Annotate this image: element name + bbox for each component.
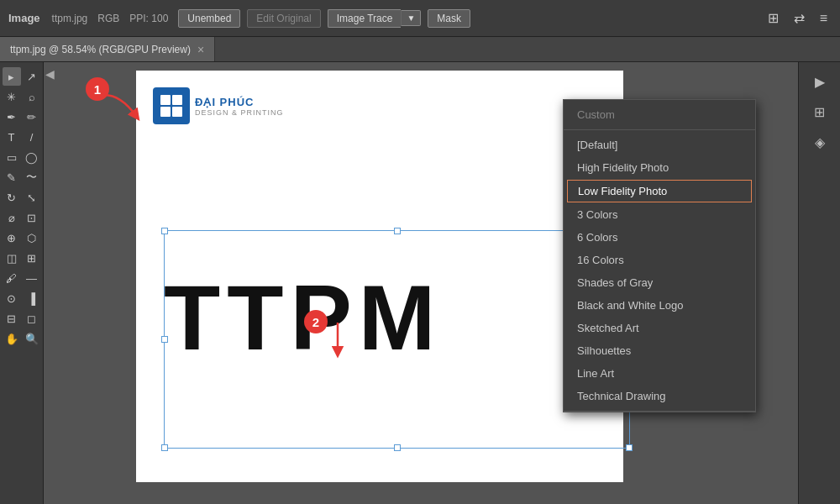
- tool-row-zoom: ✋ 🔍: [3, 329, 41, 348]
- dropdown-shades-gray[interactable]: Shades of Gray: [564, 271, 755, 294]
- panel-btn-1[interactable]: ⊞: [807, 99, 832, 124]
- dropdown-technical[interactable]: Technical Drawing: [564, 385, 755, 407]
- tool-row-warp: ⌀ ⊡: [3, 208, 41, 227]
- handle-bm[interactable]: [394, 444, 401, 451]
- gradient-tool[interactable]: ◫: [3, 249, 21, 267]
- eyedropper-tool[interactable]: 🖋: [3, 269, 21, 287]
- scale-tool[interactable]: ⤡: [23, 188, 41, 207]
- logo-text: ĐẠI PHÚC DESIGN & PRINTING: [195, 96, 284, 117]
- lasso-tool[interactable]: ⌕: [23, 87, 41, 106]
- tool-row-pencil: ✎ 〜: [3, 168, 41, 186]
- tool-row-gradient: ◫ ⊞: [3, 249, 41, 267]
- rectangle-tool[interactable]: ▭: [3, 148, 21, 166]
- unembed-button[interactable]: Unembed: [178, 9, 240, 28]
- panel-btn-layers[interactable]: ◈: [807, 129, 832, 155]
- mesh-tool[interactable]: ⊞: [23, 249, 41, 267]
- tool-row-rotate: ↻ ⤡: [3, 188, 41, 207]
- eraser-tool[interactable]: ◻: [23, 309, 41, 328]
- svg-rect-2: [160, 107, 171, 117]
- free-transform-tool[interactable]: ⊡: [23, 208, 41, 227]
- logo-area: ĐẠI PHÚC DESIGN & PRINTING: [153, 87, 284, 124]
- handle-bl[interactable]: [161, 444, 168, 451]
- dropdown-default[interactable]: [Default]: [564, 134, 755, 156]
- badge-1: 1: [86, 77, 109, 101]
- main-layout: ◀ ▸ ↗ ✳ ⌕ ✒ ✏ T / ▭ ◯ ✎ 〜 ↻ ⤡ ⌀: [0, 62, 840, 504]
- arrange-icon[interactable]: ⇄: [790, 8, 809, 28]
- badge-2: 2: [304, 310, 328, 333]
- right-panel: ▶ ⊞ ◈: [798, 62, 840, 504]
- tool-row-shape-builder: ⊕ ⬡: [3, 228, 41, 247]
- slice-tool[interactable]: ⊟: [3, 309, 21, 328]
- doc-tab[interactable]: ttpm.jpg @ 58.54% (RGB/GPU Preview) ×: [0, 37, 215, 61]
- toolbar: ◀ ▸ ↗ ✳ ⌕ ✒ ✏ T / ▭ ◯ ✎ 〜 ↻ ⤡ ⌀: [0, 62, 44, 504]
- canvas-ttpm-text: TTPM: [164, 264, 442, 370]
- symbol-sprayer-tool[interactable]: ⊙: [3, 289, 21, 307]
- tool-row-pen: ✳ ⌕: [3, 87, 41, 106]
- tool-row-camera: ⊙ ▐: [3, 289, 41, 307]
- type-tool[interactable]: T: [3, 128, 21, 146]
- zoom-tool[interactable]: 🔍: [23, 329, 41, 348]
- logo-sub: DESIGN & PRINTING: [195, 108, 284, 117]
- dropdown-16-colors[interactable]: 16 Colors: [564, 249, 755, 271]
- doc-tab-title: ttpm.jpg @ 58.54% (RGB/GPU Preview): [10, 44, 191, 55]
- warp-tool[interactable]: ⌀: [3, 208, 21, 227]
- logo-icon: [153, 87, 190, 124]
- rotate-tool[interactable]: ↻: [3, 188, 21, 207]
- image-trace-button[interactable]: Image Trace: [328, 9, 402, 28]
- menu-icon[interactable]: ≡: [816, 9, 832, 28]
- image-menu[interactable]: Image: [8, 12, 40, 24]
- column-graph-tool[interactable]: ▐: [23, 289, 41, 307]
- tool-row-type: T /: [3, 128, 41, 146]
- handle-tm[interactable]: [394, 228, 401, 234]
- tool-row-brush: ✒ ✏: [3, 108, 41, 126]
- magic-wand-tool[interactable]: ✳: [3, 87, 21, 106]
- measure-tool[interactable]: —: [23, 269, 41, 287]
- svg-rect-0: [160, 95, 171, 105]
- dropdown-custom: Custom: [564, 103, 755, 126]
- svg-rect-3: [172, 107, 182, 117]
- pencil-tool[interactable]: ✎: [3, 168, 21, 186]
- canvas-area: ĐẠI PHÚC DESIGN & PRINTING TTPM 1: [44, 62, 798, 504]
- hand-tool[interactable]: ✋: [3, 329, 21, 348]
- dropdown-3-colors[interactable]: 3 Colors: [564, 203, 755, 226]
- doc-tab-bar: ttpm.jpg @ 58.54% (RGB/GPU Preview) ×: [0, 37, 840, 62]
- dropdown-bw-logo[interactable]: Black and White Logo: [564, 294, 755, 317]
- grid-icon[interactable]: ⊞: [764, 8, 783, 28]
- tool-row-eyedropper: 🖋 —: [3, 269, 41, 287]
- colorspace-meta: RGB: [97, 13, 119, 24]
- image-trace-dropdown[interactable]: Image Trace ▼: [328, 9, 422, 28]
- mask-button[interactable]: Mask: [428, 9, 470, 28]
- pen-tool[interactable]: ✒: [3, 108, 21, 126]
- dropdown-high-fidelity[interactable]: High Fidelity Photo: [564, 156, 755, 179]
- ellipse-tool[interactable]: ◯: [23, 148, 41, 166]
- svg-rect-1: [172, 95, 182, 105]
- dropdown-low-fidelity[interactable]: Low Fidelity Photo: [567, 180, 752, 202]
- dropdown-section-presets: [Default] High Fidelity Photo Low Fideli…: [564, 130, 755, 412]
- handle-tl[interactable]: [161, 228, 168, 234]
- dropdown-sketched[interactable]: Sketched Art: [564, 317, 755, 339]
- tool-row-select: ▸ ↗: [3, 67, 41, 86]
- edit-original-button: Edit Original: [247, 9, 320, 28]
- select-tool[interactable]: ▸: [3, 67, 21, 86]
- shape-builder-tool[interactable]: ⊕: [3, 228, 21, 247]
- live-paint-tool[interactable]: ⬡: [23, 228, 41, 247]
- dropdown-menu: Custom [Default] High Fidelity Photo Low…: [563, 99, 756, 412]
- panel-collapse-arrow[interactable]: ▶: [807, 69, 832, 94]
- ppi-meta: PPI: 100: [129, 13, 168, 24]
- tool-row-slice: ⊟ ◻: [3, 309, 41, 328]
- toolbar-collapse-arrow[interactable]: ◀: [45, 67, 55, 81]
- dropdown-6-colors[interactable]: 6 Colors: [564, 226, 755, 249]
- logo-title: ĐẠI PHÚC: [195, 96, 284, 108]
- dropdown-section-custom: Custom: [564, 100, 755, 130]
- top-bar: Image ttpm.jpg RGB PPI: 100 Unembed Edit…: [0, 0, 840, 37]
- direct-select-tool[interactable]: ↗: [23, 67, 41, 86]
- handle-br[interactable]: [626, 444, 633, 451]
- dropdown-line-art[interactable]: Line Art: [564, 362, 755, 385]
- brush-tool[interactable]: ✏: [23, 108, 41, 126]
- dropdown-silhouettes[interactable]: Silhouettes: [564, 339, 755, 362]
- smooth-tool[interactable]: 〜: [23, 168, 41, 186]
- image-trace-arrow[interactable]: ▼: [401, 10, 421, 26]
- filename-meta: ttpm.jpg: [52, 13, 88, 24]
- doc-tab-close[interactable]: ×: [197, 43, 204, 56]
- touch-type-tool[interactable]: /: [23, 128, 41, 146]
